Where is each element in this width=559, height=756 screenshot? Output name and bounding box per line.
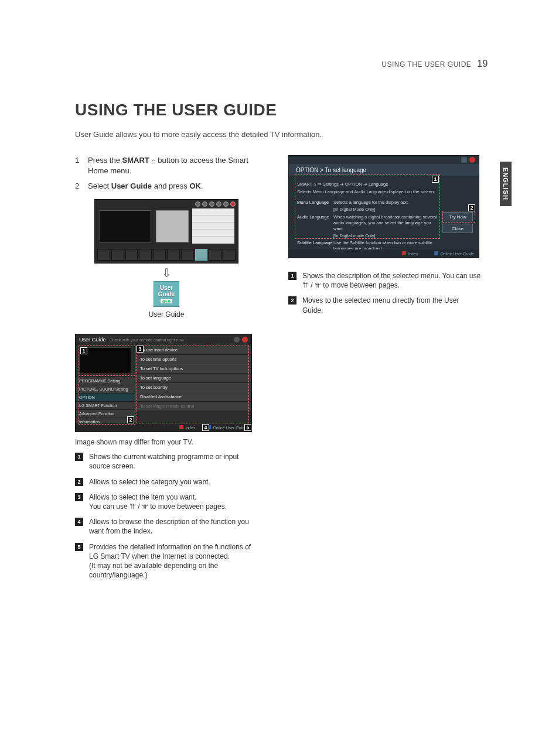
ug-item: To set Magic remote control (135, 401, 251, 411)
step-list: 1 Press the SMART ⌂ button to access the… (75, 155, 258, 191)
close-icon (469, 157, 475, 163)
legend-text: Shows the description of the selected me… (302, 271, 482, 290)
callout-badge: 3 (137, 345, 144, 353)
tile-caption: User Guide (149, 310, 185, 319)
language-side-tab: ENGLISH (500, 162, 512, 206)
sh-side-panel (192, 208, 234, 244)
legend-badge: 5 (75, 543, 83, 551)
legend-badge: 4 (75, 518, 83, 526)
page-title: USING THE USER GUIDE (75, 101, 488, 119)
page-number: 19 (477, 59, 488, 69)
step-text: Press the SMART ⌂ button to access the S… (88, 155, 258, 176)
left-column: 1 Press the SMART ⌂ button to access the… (75, 155, 258, 586)
ug-item: To use input device (135, 345, 251, 354)
opt-footer: Index Online User Guide (289, 249, 479, 258)
try-now-button[interactable]: Try Now (442, 212, 473, 221)
tile-line1: User (160, 285, 173, 291)
sh-icon (209, 201, 214, 207)
sh-app-highlighted (195, 249, 208, 261)
opt-side-buttons: Try Now Close (442, 212, 473, 233)
legend-badge: 1 (288, 272, 296, 280)
step-number: 1 (75, 155, 88, 176)
right-legend: 1Shows the description of the selected m… (288, 271, 482, 315)
running-header: USING THE USER GUIDE 19 (75, 59, 488, 69)
ug-subtitle: Check with your remote control right now… (110, 338, 185, 342)
ug-left-pane: PROGRAMME Setting PICTURE, SOUND Setting… (76, 345, 135, 421)
right-column: OPTION > To set language SMART ⌂ ⇨ Setti… (288, 155, 482, 586)
ug-item: To set time options (135, 354, 251, 364)
ug-category-item: OPTION (76, 393, 135, 401)
legend-text: Allows to select the item you want. You … (89, 492, 227, 511)
ug-category-item: PICTURE, SOUND Setting (76, 385, 135, 393)
close-icon (230, 201, 236, 207)
sh-window-controls (195, 201, 236, 207)
sh-icon (195, 201, 200, 207)
opt-footer-index: Index (402, 251, 418, 256)
sh-icon (216, 201, 221, 207)
opt-row: [In Digital Mode Only] (297, 207, 438, 213)
minimize-icon (234, 337, 240, 343)
sh-tv-preview (100, 210, 151, 242)
running-head-text: USING THE USER GUIDE (381, 60, 471, 69)
ug-item: To set country (135, 382, 251, 392)
sh-card (156, 210, 189, 242)
callout-badge: 1 (432, 176, 439, 183)
legend-item: 2Moves to the selected menu directly fro… (288, 296, 482, 314)
close-icon (242, 337, 248, 343)
sh-icon (202, 201, 207, 207)
ug-footer-online: Online User Guide (207, 425, 247, 430)
intro-text: User Guide allows you to more easily acc… (75, 130, 488, 139)
blue-dot-icon (434, 251, 438, 255)
legend-text: Moves to the selected menu directly from… (302, 296, 482, 314)
legend-item: 2Allows to select the category you want. (75, 477, 258, 487)
opt-row: Menu LanguageSelects a language for the … (297, 200, 438, 206)
red-dot-icon (179, 425, 183, 429)
left-legend: 1Shows the current watching programme or… (75, 452, 258, 580)
user-guide-tile: User Guide @LG (154, 281, 179, 307)
opt-row: [In Digital mode Only] (297, 233, 438, 239)
step-item: 1 Press the SMART ⌂ button to access the… (75, 155, 258, 176)
legend-item: 1Shows the current watching programme or… (75, 452, 258, 471)
tile-brand: @LG (161, 299, 172, 303)
option-screen: OPTION > To set language SMART ⌂ ⇨ Setti… (288, 155, 479, 258)
close-button[interactable]: Close (442, 224, 473, 233)
legend-text: Provides the detailed information on the… (89, 542, 258, 580)
sh-app-row (97, 249, 236, 261)
callout-badge: 5 (244, 424, 251, 431)
sh-icon (223, 201, 229, 207)
ug-item: To set language (135, 373, 251, 382)
ug-footer-index: Index (179, 425, 195, 430)
opt-header: OPTION > To set language (289, 164, 479, 176)
opt-icon (461, 157, 467, 163)
legend-item: 3Allows to select the item you want. You… (75, 492, 258, 511)
legend-text: Allows to select the category you want. (89, 477, 210, 487)
legend-text: Shows the current watching programme or … (89, 452, 258, 471)
opt-footer-online: Online User Guide (434, 251, 474, 256)
ug-category-item: Advanced Function (76, 409, 135, 418)
legend-badge: 2 (75, 478, 83, 486)
ug-item: Disabled Assisstance (135, 392, 251, 401)
legend-badge: 1 (75, 453, 83, 461)
legend-text: Allows to browse the description of the … (89, 517, 258, 536)
step-number: 2 (75, 181, 88, 191)
ug-header-bar: User Guide Check with your remote contro… (76, 334, 251, 345)
page: USING THE USER GUIDE 19 ENGLISH USING TH… (75, 59, 488, 586)
tile-line2: Guide (158, 291, 175, 297)
smart-home-figure: ⇩ User Guide @LG User Guide (75, 199, 258, 319)
ug-category-item: PROGRAMME Setting (76, 377, 135, 385)
image-note: Image shown may differ from your TV. (75, 438, 258, 446)
ug-item-list: To use input device To set time options … (135, 345, 251, 421)
legend-badge: 2 (288, 296, 296, 305)
legend-item: 1Shows the description of the selected m… (288, 271, 482, 290)
user-guide-screen: User Guide Check with your remote contro… (75, 334, 252, 432)
opt-path: SMART ⌂ ⇨ Settings ➔ OPTION ➔ Language (297, 182, 438, 187)
opt-window-controls (289, 156, 479, 164)
ug-category-item: LG SMART Function (76, 401, 135, 409)
legend-item: 4Allows to browse the description of the… (75, 517, 258, 536)
red-dot-icon (402, 251, 406, 255)
callout-badge: 2 (127, 416, 134, 423)
step-item: 2 Select User Guide and press OK. (75, 181, 258, 191)
step-text: Select User Guide and press OK. (88, 181, 203, 191)
smart-home-screen (94, 199, 238, 264)
ug-title: User Guide (79, 337, 106, 343)
